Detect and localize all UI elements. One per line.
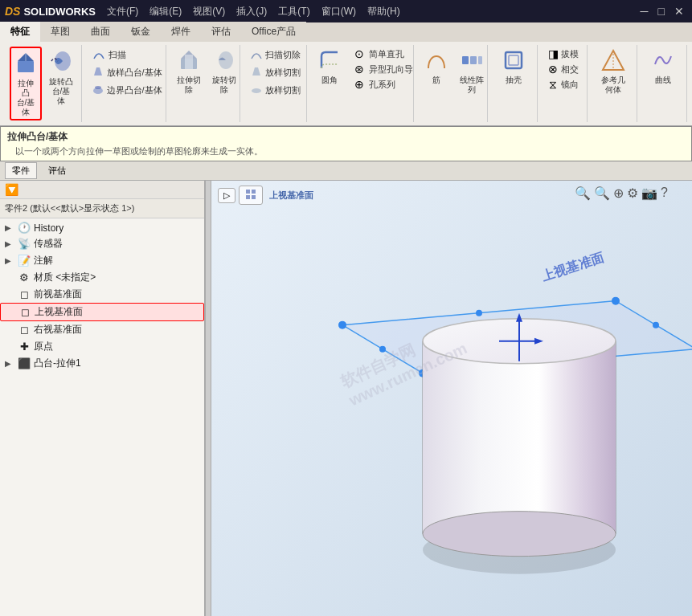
curve-label: 筋 [432, 75, 440, 85]
tree-icon-front-plane: ◻ [18, 288, 31, 300]
scan-group: 扫描 放样凸台/基体 边界凸台/基体 [88, 47, 161, 99]
filter-icon: 🔽 [5, 183, 18, 196]
ref-geom-button[interactable]: 参考几何体 [594, 47, 632, 96]
simple-hole-label: 简单直孔 [369, 48, 404, 60]
tree-arrow[interactable]: ▶ [5, 223, 14, 232]
ribbon-tab-Office产品[interactable]: Office产品 [241, 22, 306, 42]
minimize-icon[interactable]: ─ [637, 3, 652, 19]
simple-hole-button[interactable]: ⊙ 简单直孔 [349, 47, 416, 61]
close-icon[interactable]: ✕ [671, 3, 687, 19]
boundary-boss-button[interactable]: 边界凸台/基体 [88, 82, 161, 99]
curve-button[interactable]: 筋 [420, 47, 452, 87]
fit-icon[interactable]: ⊕ [613, 186, 624, 201]
hole-series-button[interactable]: ⊕ 孔系列 [349, 77, 416, 92]
scan-cut-button[interactable]: 扫描切除 [247, 47, 301, 63]
ribbon-tab-曲面[interactable]: 曲面 [80, 22, 121, 42]
tree-arrow[interactable]: ▶ [5, 359, 14, 368]
top-menu-item[interactable]: 编辑(E) [145, 3, 186, 20]
tree-item-material[interactable]: ⚙材质 <未指定> [0, 269, 204, 286]
viewport-arrow-btn[interactable]: ▷ [218, 188, 235, 203]
mirror-button[interactable]: ⧖ 镜向 [544, 77, 582, 92]
resize-handle[interactable] [205, 181, 211, 616]
maximize-icon[interactable]: □ [655, 3, 668, 19]
top-icons: ─ □ ✕ [637, 3, 687, 19]
hole-group: ⊙ 简单直孔 ⊛ 异型孔向导 ⊕ 孔系列 [349, 47, 416, 92]
subtab-evaluate[interactable]: 评估 [42, 163, 72, 178]
revolve-boss-button[interactable]: 旋转凸台/基体 [45, 47, 77, 108]
hole-wizard-button[interactable]: ⊛ 异型孔向导 [349, 62, 416, 76]
draft-button[interactable]: ◨ 拔模 [544, 47, 582, 61]
shell-button[interactable]: 抽壳 [494, 47, 532, 87]
loft-boss-button[interactable]: 放样凸台/基体 [88, 64, 161, 81]
tree-item-right-plane[interactable]: ◻右视基准面 [0, 321, 204, 338]
ribbon-group-curves: 曲线 [639, 45, 687, 122]
tools-icon[interactable]: ⚙ [627, 186, 638, 201]
hole-wizard-label: 异型孔向导 [369, 63, 413, 75]
top-menu-item[interactable]: 视图(V) [188, 3, 230, 20]
ribbon-tab-焊件[interactable]: 焊件 [161, 22, 201, 42]
curves-icon [651, 48, 675, 75]
hole-series-label: 孔系列 [369, 79, 395, 91]
viewport-view-btn[interactable] [239, 186, 263, 205]
svg-point-36 [423, 511, 616, 556]
extrude-cut-icon [177, 48, 201, 75]
viewport[interactable]: ▷ 上视基准面 上视基准面 [211, 181, 692, 616]
ribbon-tab-评估[interactable]: 评估 [201, 22, 241, 42]
loft-cut-button[interactable]: 放样切割 [247, 64, 301, 81]
tree-item-top-plane[interactable]: ◻上视基准面 [0, 303, 204, 321]
top-menu: 文件(F)编辑(E)视图(V)插入(J)工具(T)窗口(W)帮助(H) [102, 3, 405, 20]
revolve-cut-button[interactable]: 旋转切除 [208, 47, 240, 96]
tree-item-history[interactable]: ▶🕐History [0, 220, 204, 235]
ribbon-tabs: 特征草图曲面钣金焊件评估Office产品 [0, 22, 692, 42]
loft-cut-label: 放样切割 [265, 67, 301, 79]
extrude-boss-button[interactable]: 拉伸凸台/基体 [10, 47, 42, 120]
subtab-feature[interactable]: 零件 [5, 162, 37, 179]
tree-label-boss-extrude1: 凸台-拉伸1 [34, 357, 81, 370]
ribbon-tab-草图[interactable]: 草图 [40, 22, 80, 42]
tree-item-origin[interactable]: ✚原点 [0, 338, 204, 355]
help-icon[interactable]: ? [661, 186, 668, 201]
search-icon[interactable]: 🔍 [575, 186, 591, 201]
tree-arrow[interactable]: ▶ [5, 239, 14, 248]
tree-arrow[interactable]: ▶ [5, 256, 14, 265]
svg-rect-17 [509, 55, 518, 65]
ribbon-tab-钣金[interactable]: 钣金 [121, 22, 161, 42]
curves-button[interactable]: 曲线 [644, 47, 682, 87]
tree-label-top-plane: 上视基准面 [35, 305, 83, 319]
fillet-button[interactable]: 圆角 [313, 47, 346, 87]
tooltip-description: 以一个或两个方向拉伸一草图或绘制的草图轮廓来生成一实体。 [15, 145, 685, 157]
top-menu-item[interactable]: 窗口(W) [317, 3, 361, 20]
svg-rect-21 [252, 190, 256, 194]
ref-geom-label: 参考几何体 [601, 75, 625, 95]
tree-item-boss-extrude1[interactable]: ▶⬛凸台-拉伸1 [0, 355, 204, 372]
linear-pattern-button[interactable]: 线性阵列 [456, 47, 488, 96]
hole-series-icon: ⊕ [352, 78, 366, 91]
svg-rect-15 [478, 56, 482, 64]
top-menu-item[interactable]: 帮助(H) [362, 3, 405, 20]
boundary-cut-button[interactable]: 放样切割 [247, 82, 301, 99]
top-menu-item[interactable]: 工具(T) [273, 3, 314, 20]
tree-label-sensors: 传感器 [34, 237, 63, 251]
tree-item-annotations[interactable]: ▶📝注解 [0, 252, 204, 269]
tree-item-front-plane[interactable]: ◻前视基准面 [0, 286, 204, 303]
tree-label-origin: 原点 [34, 340, 53, 353]
tree-icon-history: 🕐 [18, 222, 31, 234]
ribbon-tab-特征[interactable]: 特征 [0, 22, 40, 42]
intersect-button[interactable]: ⊗ 相交 [544, 62, 582, 76]
tree-item-sensors[interactable]: ▶📡传感器 [0, 235, 204, 252]
camera-icon[interactable]: 📷 [641, 186, 657, 201]
zoom-icon[interactable]: 🔍 [594, 186, 610, 201]
scan-icon [92, 47, 106, 63]
extrude-cut-button[interactable]: 拉伸切除 [173, 47, 205, 96]
scan-button[interactable]: 扫描 [88, 47, 161, 63]
hole-wizard-icon: ⊛ [352, 63, 366, 75]
fillet-group-top: 圆角 ⊙ 简单直孔 ⊛ 异型孔向导 ⊕ 孔系列 [313, 47, 408, 120]
boundary-boss-label: 边界凸台/基体 [107, 84, 162, 96]
top-menu-item[interactable]: 插入(J) [231, 3, 272, 20]
loft-boss-label: 放样凸台/基体 [107, 67, 162, 79]
top-menu-item[interactable]: 文件(F) [102, 3, 143, 20]
boundary-boss-icon [92, 83, 104, 98]
svg-rect-13 [462, 56, 469, 64]
mirror-label: 镜向 [561, 79, 579, 91]
ribbon-content: 拉伸凸台/基体 旋转凸台/基体 [0, 42, 692, 125]
